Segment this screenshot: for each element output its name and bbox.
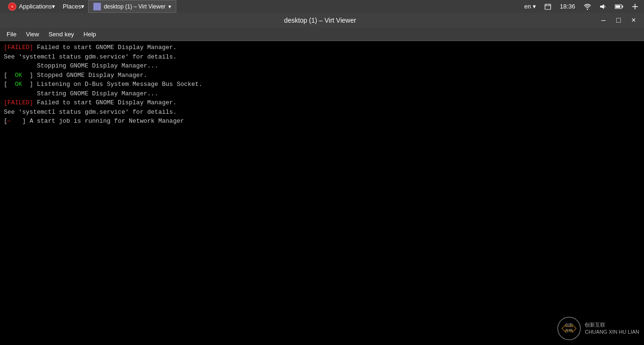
svg-rect-11 <box>616 5 620 8</box>
ok-badge-1: OK <box>15 72 22 79</box>
clock[interactable]: 18:36 <box>558 3 577 10</box>
applications-label: Applications <box>19 3 52 10</box>
volume-icon[interactable] <box>598 3 608 10</box>
system-bar: Applications ▾ Places ▾ desktop (1) – Vi… <box>0 0 644 13</box>
term-line-7: [FAILED] Failed to start GNOME Display M… <box>4 98 640 108</box>
menu-file[interactable]: File <box>2 28 21 41</box>
places-arrow: ▾ <box>81 3 84 10</box>
watermark-text: 创新互联 CHUANG XIN HU LIAN <box>585 321 639 336</box>
lang-arrow: ▾ <box>533 3 536 10</box>
virt-titlebar-controls: – □ × <box>598 15 639 26</box>
menu-sendkey[interactable]: Send key <box>44 28 79 41</box>
watermark-logo: 创新 互联 <box>557 317 581 340</box>
taskbar-label: desktop (1) – Virt Viewer <box>104 3 165 10</box>
lang-indicator[interactable]: en ▾ <box>522 3 538 10</box>
calendar-icon <box>543 3 553 10</box>
virt-menubar: File View Send key Help <box>0 28 644 41</box>
virt-viewer-window: desktop (1) – Virt Viewer – □ × File Vie… <box>0 13 644 345</box>
battery-icon[interactable] <box>613 4 625 9</box>
anim-indicator: ← <box>8 118 22 125</box>
close-button[interactable]: × <box>628 15 639 26</box>
virt-titlebar: desktop (1) – Virt Viewer – □ × <box>0 13 644 28</box>
virt-window-title: desktop (1) – Virt Viewer <box>42 17 598 24</box>
term-line-5: [ OK ] Listening on D-Bus System Message… <box>4 80 640 89</box>
svg-rect-10 <box>622 6 623 8</box>
svg-marker-8 <box>600 4 604 9</box>
svg-point-2 <box>11 5 14 8</box>
term-line-6: Starting GNOME Display Manager... <box>4 89 640 99</box>
failed-badge-1: [FAILED] <box>4 44 33 51</box>
applications-menu[interactable]: Applications ▾ <box>4 0 59 13</box>
term-line-8: See 'systemctl status gdm.service' for d… <box>4 108 640 117</box>
term-line-3: Stopping GNOME Display Manager... <box>4 61 640 71</box>
ok-badge-2: OK <box>15 81 22 88</box>
system-bar-right: en ▾ 18:36 <box>522 3 640 10</box>
places-label: Places <box>63 3 81 10</box>
settings-icon[interactable] <box>630 3 640 10</box>
failed-badge-2: [FAILED] <box>4 99 33 106</box>
taskbar-item[interactable]: desktop (1) – Virt Viewer ▾ <box>88 0 176 13</box>
watermark: 创新 互联 创新互联 CHUANG XIN HU LIAN <box>557 317 639 340</box>
watermark-line2: CHUANG XIN HU LIAN <box>585 328 639 336</box>
places-menu[interactable]: Places ▾ <box>59 0 88 13</box>
time-label: 18:36 <box>560 3 575 10</box>
svg-point-7 <box>587 8 588 9</box>
watermark-line1: 创新互联 <box>585 321 639 328</box>
term-line-1: [FAILED] Failed to start GNOME Display M… <box>4 43 640 52</box>
menu-help[interactable]: Help <box>79 28 101 41</box>
applications-arrow: ▾ <box>52 3 55 10</box>
maximize-button[interactable]: □ <box>613 15 624 26</box>
minimize-button[interactable]: – <box>598 15 609 26</box>
lang-label: en <box>524 3 531 10</box>
virt-viewer-task-icon <box>93 3 101 10</box>
term-line-2: See 'systemctl status gdm.service' for d… <box>4 52 640 62</box>
wifi-icon[interactable] <box>582 3 593 10</box>
taskbar-arrow: ▾ <box>168 3 171 10</box>
system-bar-left: Applications ▾ Places ▾ desktop (1) – Vi… <box>4 0 176 13</box>
svg-rect-3 <box>545 4 551 9</box>
term-line-4: [ OK ] Stopped GNOME Display Manager. <box>4 71 640 80</box>
terminal-area[interactable]: [FAILED] Failed to start GNOME Display M… <box>0 41 644 345</box>
term-line-9: [← ] A start job is running for Network … <box>4 117 640 126</box>
menu-view[interactable]: View <box>21 28 44 41</box>
